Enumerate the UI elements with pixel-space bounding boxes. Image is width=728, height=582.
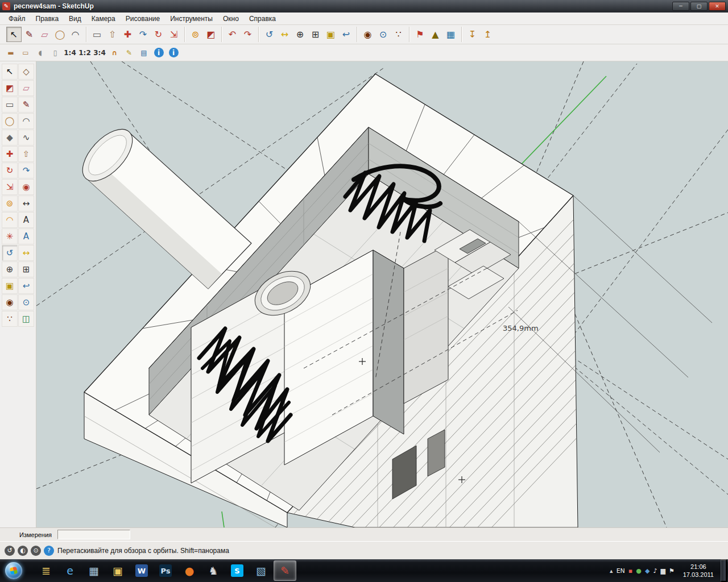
undo-button[interactable]: ↶ xyxy=(225,27,240,42)
pan-tool[interactable]: ↔ xyxy=(277,27,292,42)
photo-textures-button[interactable]: ▦ xyxy=(443,27,458,42)
mortar-pencil-button[interactable]: ✎ xyxy=(122,46,136,60)
push-pull-tool[interactable]: ⇧ xyxy=(18,146,34,162)
get-models-button[interactable]: ↧ xyxy=(465,27,480,42)
axes-tool[interactable]: ✳ xyxy=(2,228,18,244)
position-camera-tool[interactable]: ◉ xyxy=(360,27,375,42)
walk-tool[interactable]: ∵ xyxy=(391,27,406,42)
redo-button[interactable]: ↷ xyxy=(240,27,255,42)
menu-draw[interactable]: Рисование xyxy=(121,13,165,24)
photoshop-icon[interactable]: Ps xyxy=(154,560,177,581)
tray-icon-red[interactable]: ▪ xyxy=(627,568,634,574)
action-center-icon[interactable]: ⚑ xyxy=(667,568,676,574)
move-tool[interactable]: ✚ xyxy=(2,146,18,162)
model-canvas[interactable]: 354,9mm xyxy=(36,61,728,527)
line-tool[interactable]: ✎ xyxy=(22,27,37,42)
protractor-tool[interactable]: ◠ xyxy=(2,212,18,228)
follow-me-tool[interactable]: ↷ xyxy=(135,27,151,42)
menu-file[interactable]: Файл xyxy=(3,13,31,24)
minimize-button[interactable]: ─ xyxy=(672,2,689,11)
share-models-button[interactable]: ↥ xyxy=(480,27,495,42)
brick-half-button[interactable]: 1:2 xyxy=(77,46,92,60)
add-location-button[interactable]: ⚑ xyxy=(412,27,428,42)
previous-view-tool[interactable]: ↩ xyxy=(18,278,34,294)
look-around-tool[interactable]: ⊙ xyxy=(18,294,34,310)
line-tool[interactable]: ✎ xyxy=(18,97,34,113)
offset-tool[interactable]: ◉ xyxy=(18,179,34,195)
circle-tool[interactable]: ◯ xyxy=(52,27,68,42)
menu-camera[interactable]: Камера xyxy=(86,13,121,24)
orbit-tool[interactable]: ↺ xyxy=(2,245,18,261)
measurements-input[interactable] xyxy=(57,530,130,539)
show-desktop-button[interactable] xyxy=(721,559,727,582)
scale-tool[interactable]: ⇲ xyxy=(166,27,181,42)
close-button[interactable]: ✕ xyxy=(709,2,726,11)
arc-tool[interactable]: ◠ xyxy=(18,113,34,129)
menu-tools[interactable]: Инструменты xyxy=(165,13,218,24)
viewport[interactable]: 354,9mm xyxy=(36,61,728,527)
zoom-window-tool[interactable]: ⊞ xyxy=(18,261,34,277)
scale-tool[interactable]: ⇲ xyxy=(2,179,18,195)
arc-tool[interactable]: ◠ xyxy=(68,27,83,42)
make-component-tool[interactable]: ◇ xyxy=(18,64,34,80)
polygon-tool[interactable]: ◆ xyxy=(2,130,18,146)
tape-measure-tool[interactable]: ⊚ xyxy=(188,27,203,42)
orbit-hint-icon[interactable]: ↺ xyxy=(5,546,15,556)
rectangle-tool[interactable]: ▭ xyxy=(2,97,18,113)
photo-viewer-icon[interactable]: ▧ xyxy=(250,560,272,581)
zoom-extents-tool[interactable]: ▣ xyxy=(323,27,338,42)
tape-measure-tool[interactable]: ⊚ xyxy=(2,196,18,211)
rotate-tool[interactable]: ↻ xyxy=(151,27,166,42)
3d-text-tool[interactable]: A xyxy=(18,228,34,244)
hidden-icons-icon[interactable]: ▴ xyxy=(608,568,615,574)
rotate-tool[interactable]: ↻ xyxy=(2,163,18,178)
select-tool[interactable]: ↖ xyxy=(2,64,18,80)
menu-window[interactable]: Окно xyxy=(218,13,244,24)
circle-tool[interactable]: ◯ xyxy=(2,113,18,129)
documents-icon[interactable]: ≣ xyxy=(35,560,57,581)
brick-arch-button[interactable]: ∩ xyxy=(107,46,122,60)
toggle-terrain-button[interactable]: ▲ xyxy=(428,27,443,42)
brick-three-quarter-button[interactable]: 3:4 xyxy=(92,46,107,60)
word-icon[interactable]: W xyxy=(130,560,153,581)
eraser-tool[interactable]: ▱ xyxy=(18,80,34,96)
zoom-extents-tool[interactable]: ▣ xyxy=(2,278,18,294)
tray-icon-blue[interactable]: ◆ xyxy=(643,568,651,574)
orbit-tool[interactable]: ↺ xyxy=(262,27,277,42)
brick-full-button[interactable]: ▬ xyxy=(3,46,18,60)
media-player-icon[interactable]: ▦ xyxy=(82,560,105,581)
menu-edit[interactable]: Правка xyxy=(31,13,64,24)
pan-tool[interactable]: ↔ xyxy=(18,245,34,261)
paint-bucket-tool[interactable]: ◩ xyxy=(2,80,18,96)
position-camera-tool[interactable]: ◉ xyxy=(2,294,18,310)
clock[interactable]: 21:06 17.03.2011 xyxy=(679,563,718,579)
brick-on-edge-button[interactable]: ▯ xyxy=(48,46,63,60)
start-button[interactable] xyxy=(1,559,26,582)
help-icon[interactable]: ? xyxy=(44,546,54,556)
brick-rounded-button[interactable]: ▭ xyxy=(18,46,33,60)
edit-sheet-button[interactable]: ▤ xyxy=(136,46,151,60)
language-indicator[interactable]: EN xyxy=(615,568,627,574)
menu-view[interactable]: Вид xyxy=(64,13,86,24)
pan-hint-icon[interactable]: ◐ xyxy=(18,546,28,556)
volume-icon[interactable]: ♪ xyxy=(651,568,659,574)
tray-icon-green[interactable]: ● xyxy=(634,568,643,574)
info-button-1[interactable]: i xyxy=(151,46,166,60)
skype-icon[interactable]: S xyxy=(226,560,249,581)
sketchup-icon[interactable]: ✎ xyxy=(274,560,296,581)
internet-explorer-icon[interactable]: e xyxy=(59,560,81,581)
move-tool[interactable]: ✚ xyxy=(120,27,135,42)
game-icon[interactable]: ♞ xyxy=(202,560,225,581)
paint-bucket-tool[interactable]: ◩ xyxy=(203,27,218,42)
previous-view-tool[interactable]: ↩ xyxy=(338,27,354,42)
section-plane-tool[interactable]: ◫ xyxy=(18,311,34,327)
select-tool[interactable]: ↖ xyxy=(6,27,22,42)
rectangle-tool[interactable]: ▭ xyxy=(89,27,105,42)
brick-half-circle-button[interactable]: ◖ xyxy=(33,46,48,60)
text-tool[interactable]: A xyxy=(18,212,34,228)
network-icon[interactable]: ▆ xyxy=(659,568,667,574)
zoom-window-tool[interactable]: ⊞ xyxy=(308,27,323,42)
eraser-tool[interactable]: ▱ xyxy=(37,27,52,42)
walk-tool[interactable]: ∵ xyxy=(2,311,18,327)
freehand-tool[interactable]: ∿ xyxy=(18,130,34,146)
